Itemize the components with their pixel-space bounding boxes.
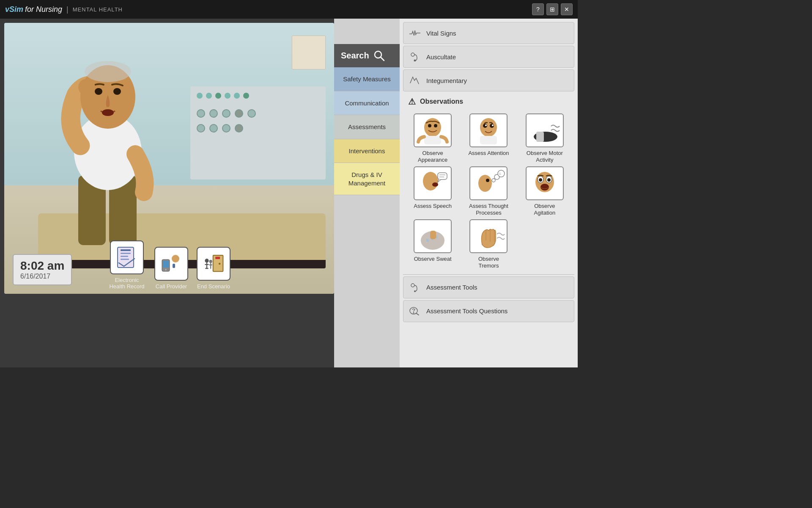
svg-rect-47 bbox=[438, 173, 447, 179]
end-scenario-button[interactable]: End Scenario bbox=[197, 247, 230, 290]
separator-1 bbox=[403, 274, 574, 275]
call-provider-label: Call Provider bbox=[156, 283, 187, 290]
svg-rect-17 bbox=[173, 264, 175, 268]
observe-agitation-item[interactable]: Observe Agitation bbox=[518, 166, 571, 216]
observe-tremors-label: Observe Tremors bbox=[467, 256, 510, 269]
assessment-tools-label: Assessment Tools bbox=[426, 284, 477, 291]
observations-grid: Observe Appearance bbox=[403, 110, 574, 273]
svg-point-71 bbox=[413, 312, 414, 313]
svg-rect-14 bbox=[121, 259, 129, 260]
observe-agitation-thumb bbox=[526, 166, 564, 200]
logo-vsim: vSim bbox=[5, 5, 23, 14]
svg-line-28 bbox=[381, 57, 384, 61]
bottom-toolbar: Electronic Health Record bbox=[108, 240, 230, 290]
svg-point-32 bbox=[414, 60, 416, 62]
help-button[interactable]: ? bbox=[532, 3, 544, 15]
svg-point-5 bbox=[95, 88, 102, 95]
simulation-viewport: 8:02 am 6/16/2017 bbox=[4, 23, 334, 294]
svg-rect-11 bbox=[121, 249, 131, 251]
vital-signs-icon bbox=[409, 27, 421, 39]
observe-motor-activity-item[interactable]: Observe Motor Activity bbox=[518, 113, 571, 163]
search-label: Search bbox=[341, 51, 369, 61]
svg-point-61 bbox=[547, 178, 551, 182]
assess-attention-label: Assess Attention bbox=[468, 150, 509, 157]
time-display: 8:02 am bbox=[20, 259, 64, 273]
observe-motor-activity-label: Observe Motor Activity bbox=[524, 150, 566, 163]
close-button[interactable]: ✕ bbox=[561, 3, 573, 15]
svg-point-37 bbox=[480, 118, 497, 137]
sidebar-item-communication[interactable]: Communication bbox=[334, 91, 400, 116]
header: vSim for Nursing | MENTAL HEALTH ? ⊞ ✕ bbox=[0, 0, 578, 19]
svg-point-69 bbox=[414, 290, 416, 292]
svg-rect-42 bbox=[480, 136, 497, 144]
svg-point-52 bbox=[492, 179, 495, 182]
end-scenario-label: End Scenario bbox=[197, 283, 230, 290]
assessment-tools-questions-row[interactable]: Assessment Tools Questions bbox=[403, 300, 574, 322]
assessment-tools-row[interactable]: Assessment Tools bbox=[403, 276, 574, 298]
side-menu: Search Safety Measures Communication Ass… bbox=[334, 19, 400, 367]
call-provider-button[interactable]: Call Provider bbox=[154, 247, 188, 290]
svg-point-20 bbox=[165, 269, 167, 271]
svg-point-59 bbox=[539, 178, 542, 182]
grid-button[interactable]: ⊞ bbox=[546, 3, 558, 15]
patient-figure bbox=[38, 61, 173, 247]
sidebar-item-interventions[interactable]: Interventions bbox=[334, 139, 400, 163]
timestamp-display: 8:02 am 6/16/2017 bbox=[13, 254, 72, 285]
observations-header: ⚠ Observations bbox=[403, 93, 574, 110]
svg-point-39 bbox=[485, 124, 487, 126]
search-icon bbox=[373, 50, 385, 62]
assess-speech-thumb bbox=[414, 166, 452, 200]
header-buttons: ? ⊞ ✕ bbox=[532, 3, 573, 15]
svg-rect-19 bbox=[163, 261, 169, 268]
observe-sweat-label: Observe Sweat bbox=[414, 256, 452, 262]
assess-attention-thumb bbox=[469, 113, 508, 147]
vital-signs-row[interactable]: Vital Signs bbox=[403, 22, 574, 44]
svg-point-23 bbox=[218, 263, 220, 265]
assess-thought-processes-thumb bbox=[469, 166, 508, 200]
logo-pipe: | bbox=[66, 5, 69, 14]
observe-tremors-item[interactable]: Observe Tremors bbox=[462, 219, 515, 269]
observe-appearance-item[interactable]: Observe Appearance bbox=[406, 113, 459, 163]
logo-for-nursing: for Nursing bbox=[25, 5, 62, 14]
main-layout: 8:02 am 6/16/2017 bbox=[0, 19, 578, 367]
integumentary-row[interactable]: Integumentary bbox=[403, 69, 574, 91]
vital-signs-label: Vital Signs bbox=[426, 30, 456, 37]
svg-point-41 bbox=[492, 124, 494, 126]
room-cabinet bbox=[292, 36, 326, 69]
svg-point-33 bbox=[424, 118, 441, 137]
svg-rect-24 bbox=[215, 257, 220, 260]
ehr-label: Electronic Health Record bbox=[108, 277, 146, 290]
warning-icon: ⚠ bbox=[408, 97, 416, 107]
logo-subtitle: MENTAL HEALTH bbox=[73, 6, 123, 13]
svg-rect-64 bbox=[430, 231, 436, 239]
observe-appearance-label: Observe Appearance bbox=[411, 150, 454, 163]
svg-point-54 bbox=[498, 170, 505, 177]
wall-panel bbox=[190, 86, 326, 179]
svg-rect-44 bbox=[536, 132, 544, 142]
assess-attention-item[interactable]: Assess Attention bbox=[462, 113, 515, 163]
auscultate-row[interactable]: Auscultate bbox=[403, 46, 574, 68]
auscultate-icon bbox=[409, 50, 421, 63]
svg-point-15 bbox=[172, 255, 179, 262]
ehr-button[interactable]: Electronic Health Record bbox=[108, 240, 146, 290]
simulation-panel: 8:02 am 6/16/2017 bbox=[0, 19, 334, 367]
assessment-tools-icon bbox=[409, 281, 421, 294]
svg-point-9 bbox=[78, 79, 95, 96]
svg-point-34 bbox=[428, 124, 431, 127]
ehr-icon bbox=[110, 240, 144, 274]
svg-point-45 bbox=[423, 172, 438, 190]
svg-point-7 bbox=[102, 109, 114, 116]
assess-thought-processes-item[interactable]: Assess Thought Processes bbox=[462, 166, 515, 216]
svg-rect-13 bbox=[121, 256, 128, 257]
observe-sweat-item[interactable]: Observe Sweat bbox=[406, 219, 459, 269]
sidebar-item-assessments[interactable]: Assessments bbox=[334, 115, 400, 139]
sidebar-item-safety-measures[interactable]: Safety Measures bbox=[334, 67, 400, 91]
observe-motor-activity-thumb bbox=[526, 113, 564, 147]
svg-point-35 bbox=[434, 124, 437, 127]
search-bar[interactable]: Search bbox=[334, 44, 400, 67]
sidebar-item-drugs-iv[interactable]: Drugs & IV Management bbox=[334, 163, 400, 195]
assess-speech-item[interactable]: Assess Speech bbox=[406, 166, 459, 216]
assessment-tools-questions-label: Assessment Tools Questions bbox=[426, 307, 508, 315]
call-provider-icon bbox=[154, 247, 188, 281]
svg-point-68 bbox=[411, 284, 414, 287]
